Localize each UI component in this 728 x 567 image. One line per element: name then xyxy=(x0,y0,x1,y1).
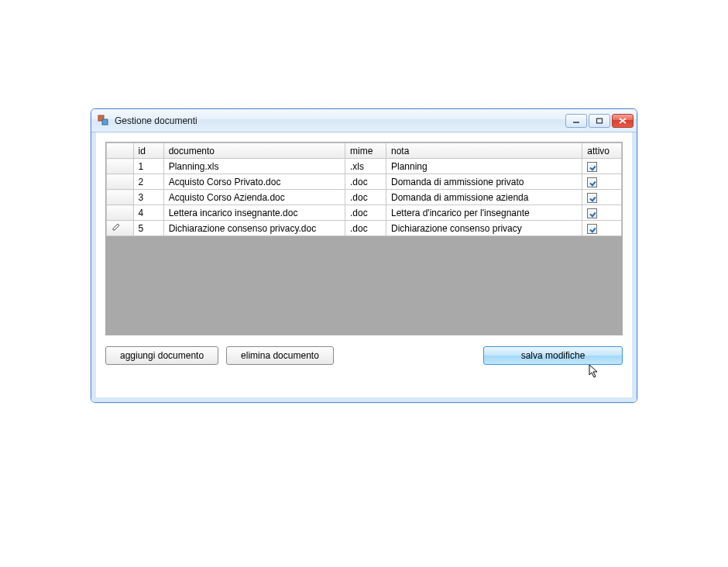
table-row[interactable]: 1Planning.xls.xlsPlanning xyxy=(107,159,622,174)
edit-icon xyxy=(112,222,121,233)
cell-id[interactable]: 1 xyxy=(133,159,163,174)
checkbox-icon[interactable] xyxy=(587,177,597,187)
row-header[interactable] xyxy=(107,205,134,221)
titlebar[interactable]: Gestione documenti xyxy=(91,109,637,132)
svg-rect-1 xyxy=(102,119,108,125)
cell-documento[interactable]: Dichiarazione consenso privacy.doc xyxy=(163,221,345,236)
checkbox-icon[interactable] xyxy=(587,193,597,203)
cell-documento[interactable]: Acquisto Corso Privato.doc xyxy=(163,174,345,190)
cell-attivo[interactable] xyxy=(582,174,622,190)
client-area: id documento mime nota attivo 1Planning.… xyxy=(91,132,637,402)
window-title: Gestione documenti xyxy=(115,115,565,126)
cell-attivo[interactable] xyxy=(582,221,622,236)
cell-nota[interactable]: Dichiarazione consenso privacy xyxy=(386,221,582,236)
checkbox-icon[interactable] xyxy=(587,162,597,172)
cell-id[interactable]: 4 xyxy=(133,205,163,221)
cell-id[interactable]: 3 xyxy=(133,190,163,205)
cell-documento[interactable]: Lettera incarico insegnante.doc xyxy=(163,205,345,221)
table-row[interactable]: 4Lettera incarico insegnante.doc.docLett… xyxy=(107,205,622,221)
cell-documento[interactable]: Acquisto Corso Azienda.doc xyxy=(163,190,345,205)
table-row[interactable]: 3Acquisto Corso Azienda.doc.docDomanda d… xyxy=(107,190,622,205)
table-row[interactable]: 2Acquisto Corso Privato.doc.docDomanda d… xyxy=(107,174,622,190)
row-header[interactable] xyxy=(107,174,134,190)
cell-mime[interactable]: .xls xyxy=(345,159,386,174)
save-changes-button[interactable]: salva modifiche xyxy=(483,346,623,365)
window-controls xyxy=(565,114,634,128)
header-row: id documento mime nota attivo xyxy=(107,143,622,159)
column-header-nota[interactable]: nota xyxy=(386,143,582,159)
cell-mime[interactable]: .doc xyxy=(345,221,386,236)
column-header-mime[interactable]: mime xyxy=(345,143,386,159)
minimize-button[interactable] xyxy=(565,114,587,128)
column-header-documento[interactable]: documento xyxy=(163,143,345,159)
row-header[interactable] xyxy=(107,159,134,174)
cell-attivo[interactable] xyxy=(582,190,622,205)
button-bar: aggiungi documento elimina documento sal… xyxy=(105,346,623,365)
window: Gestione documenti id documento m xyxy=(91,108,637,403)
data-grid[interactable]: id documento mime nota attivo 1Planning.… xyxy=(105,142,623,335)
row-header[interactable] xyxy=(107,190,134,205)
grid-empty-area xyxy=(106,236,622,335)
cell-mime[interactable]: .doc xyxy=(345,190,386,205)
cell-nota[interactable]: Domanda di ammissione privato xyxy=(386,174,582,190)
close-button[interactable] xyxy=(612,114,634,128)
cell-attivo[interactable] xyxy=(582,159,622,174)
cell-nota[interactable]: Lettera d'incarico per l'insegnante xyxy=(386,205,582,221)
column-header-id[interactable]: id xyxy=(133,143,163,159)
delete-document-button[interactable]: elimina documento xyxy=(226,346,334,365)
cell-id[interactable]: 5 xyxy=(133,221,163,236)
row-header[interactable] xyxy=(107,221,134,236)
checkbox-icon[interactable] xyxy=(587,208,597,218)
table-row[interactable]: 5Dichiarazione consenso privacy.doc.docD… xyxy=(107,221,622,236)
cell-mime[interactable]: .doc xyxy=(345,174,386,190)
cell-id[interactable]: 2 xyxy=(133,174,163,190)
svg-rect-3 xyxy=(597,119,603,123)
row-header-corner[interactable] xyxy=(107,143,134,159)
cell-mime[interactable]: .doc xyxy=(345,205,386,221)
cell-nota[interactable]: Planning xyxy=(386,159,582,174)
cell-attivo[interactable] xyxy=(582,205,622,221)
column-header-attivo[interactable]: attivo xyxy=(582,143,622,159)
cell-documento[interactable]: Planning.xls xyxy=(163,159,345,174)
cell-nota[interactable]: Domanda di ammissione azienda xyxy=(386,190,582,205)
maximize-button[interactable] xyxy=(589,114,610,128)
add-document-button[interactable]: aggiungi documento xyxy=(105,346,218,365)
checkbox-icon[interactable] xyxy=(587,224,597,234)
app-icon xyxy=(98,115,110,127)
